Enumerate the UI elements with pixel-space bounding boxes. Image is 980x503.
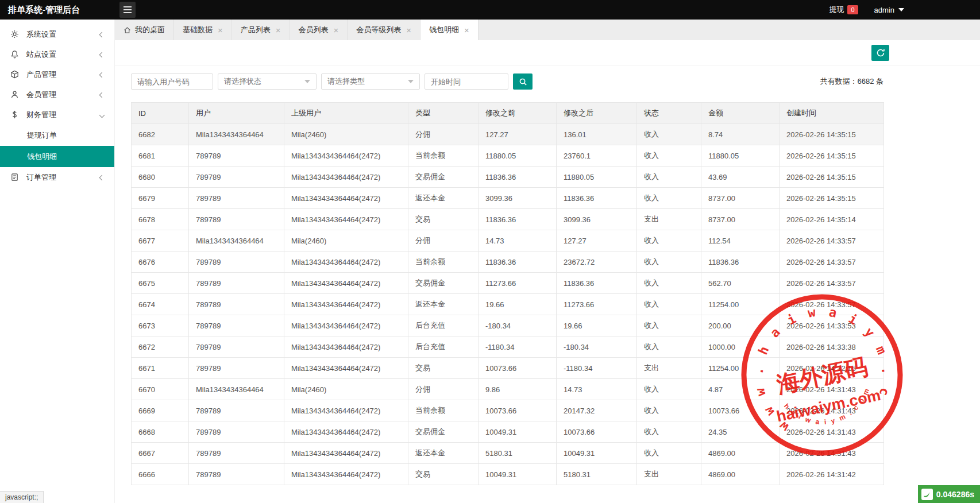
table-cell: 11273.66 [557, 294, 637, 315]
table-cell: 6680 [132, 167, 189, 188]
refresh-button[interactable] [871, 45, 889, 61]
close-icon[interactable]: × [276, 26, 281, 34]
table-row[interactable]: 6679789789Mila1343434364464(2472)返还本金309… [132, 188, 884, 209]
table-row[interactable]: 6667789789Mila1343434364464(2472)返还本金518… [132, 443, 884, 464]
column-header: ID [132, 103, 189, 124]
table-row[interactable]: 6671789789Mila1343434364464(2472)交易10073… [132, 358, 884, 379]
table-cell: 收入 [637, 421, 701, 443]
table-cell: 789789 [189, 209, 284, 230]
table-cell: 3099.36 [557, 209, 637, 230]
close-icon[interactable]: × [406, 26, 411, 34]
table-row[interactable]: 6668789789Mila1343434364464(2472)交易佣金100… [132, 421, 884, 443]
table-row[interactable]: 6678789789Mila1343434364464(2472)交易11836… [132, 209, 884, 230]
sidebar-item-1[interactable]: 系统设置 [0, 24, 114, 44]
table-row[interactable]: 6670Mila1343434364464Mila(2460)分佣9.8614.… [132, 379, 884, 400]
menu-toggle-icon[interactable] [119, 2, 136, 18]
close-icon[interactable]: × [464, 26, 469, 34]
table-cell: 789789 [189, 400, 284, 421]
table-row[interactable]: 6675789789Mila1343434364464(2472)交易佣金112… [132, 273, 884, 294]
table-cell: Mila1343434364464(2472) [284, 209, 408, 230]
table-cell: 789789 [189, 336, 284, 358]
withdraw-link[interactable]: 提现 0 [829, 5, 858, 15]
table-cell: Mila1343434364464(2472) [284, 358, 408, 379]
table-row[interactable]: 6680789789Mila1343434364464(2472)交易佣金118… [132, 167, 884, 188]
sidebar-item-3[interactable]: 产品管理 [0, 64, 114, 84]
table-row[interactable]: 6673789789Mila1343434364464(2472)后台充值-18… [132, 315, 884, 336]
table-cell: 当前余额 [408, 400, 479, 421]
column-header: 上级用户 [284, 103, 408, 124]
status-select[interactable]: 请选择状态 [218, 73, 317, 90]
column-header: 状态 [637, 103, 701, 124]
refresh-icon [876, 48, 885, 57]
sidebar-item-6[interactable]: 订单管理 [0, 167, 114, 187]
tab-6[interactable]: 钱包明细× [420, 20, 479, 40]
table-cell: 11836.36 [479, 209, 557, 230]
table-cell: 11880.05 [701, 145, 780, 167]
table-row[interactable]: 6674789789Mila1343434364464(2472)返还本金19.… [132, 294, 884, 315]
table-cell: 11254.00 [701, 358, 780, 379]
table-cell: Mila1343434364464(2472) [284, 294, 408, 315]
table-cell: 收入 [637, 252, 701, 273]
sidebar-menu: 系统设置站点设置产品管理会员管理财务管理提现订单钱包明细订单管理 [0, 24, 114, 187]
table-header-row: ID用户上级用户类型修改之前修改之后状态金额创建时间 [132, 103, 884, 124]
tab-3[interactable]: 产品列表× [232, 20, 290, 40]
table-cell: 14.73 [479, 230, 557, 252]
table-row[interactable]: 6666789789Mila1343434364464(2472)交易10049… [132, 464, 884, 485]
sidebar-subitem-2[interactable]: 钱包明细 [0, 146, 114, 167]
user-number-input[interactable] [131, 73, 213, 90]
table-cell: 收入 [637, 315, 701, 336]
table-cell: 8737.00 [701, 209, 780, 230]
close-icon[interactable]: × [334, 26, 339, 34]
sidebar-item-4[interactable]: 会员管理 [0, 84, 114, 105]
sidebar-item-2[interactable]: 站点设置 [0, 44, 114, 64]
table-cell: 分佣 [408, 124, 479, 145]
trace-time-badge[interactable]: 0.046286s [918, 485, 980, 503]
tab-1[interactable]: 我的桌面 [115, 20, 174, 40]
sidebar-item-label: 系统设置 [26, 29, 56, 40]
table-cell: 10049.31 [479, 421, 557, 443]
table-cell: 10073.66 [701, 400, 780, 421]
tab-5[interactable]: 会员等级列表× [348, 20, 420, 40]
sidebar-item-label: 站点设置 [26, 49, 56, 60]
table-row[interactable]: 6676789789Mila1343434364464(2472)当前余额118… [132, 252, 884, 273]
search-button[interactable] [513, 73, 533, 90]
table-cell: 789789 [189, 421, 284, 443]
table-row[interactable]: 6669789789Mila1343434364464(2472)当前余额100… [132, 400, 884, 421]
table-row[interactable]: 6682Mila1343434364464Mila(2460)分佣127.271… [132, 124, 884, 145]
table-cell: 10073.66 [557, 421, 637, 443]
table-cell: 支出 [637, 464, 701, 485]
table-cell: 交易佣金 [408, 421, 479, 443]
table-cell: Mila(2460) [284, 124, 408, 145]
table-row[interactable]: 6672789789Mila1343434364464(2472)后台充值-11… [132, 336, 884, 358]
table-cell: 收入 [637, 400, 701, 421]
start-time-input[interactable] [425, 73, 508, 90]
trace-time: 0.046286s [936, 490, 974, 499]
table-cell: Mila1343434364464(2472) [284, 167, 408, 188]
tab-2[interactable]: 基础数据× [174, 20, 232, 40]
table-cell: 112.54 [701, 230, 780, 252]
column-header: 类型 [408, 103, 479, 124]
tab-4[interactable]: 会员列表× [290, 20, 348, 40]
table-cell: 5180.31 [479, 443, 557, 464]
table-cell: 789789 [189, 443, 284, 464]
user-menu[interactable]: admin [874, 6, 904, 14]
tab-label: 会员列表 [299, 25, 329, 35]
table-cell: 6675 [132, 273, 189, 294]
table-row[interactable]: 6681789789Mila1343434364464(2472)当前余额118… [132, 145, 884, 167]
table-cell: 789789 [189, 315, 284, 336]
table-row[interactable]: 6677Mila1343434364464Mila(2460)分佣14.7312… [132, 230, 884, 252]
table-cell: 11836.36 [557, 188, 637, 209]
sidebar-subitem-1[interactable]: 提现订单 [0, 125, 114, 146]
filter-bar: 请选择状态 请选择类型 共有数据：6682 条 [131, 73, 883, 90]
table-cell: Mila1343434364464(2472) [284, 336, 408, 358]
table-cell: 6671 [132, 358, 189, 379]
table-cell: 789789 [189, 188, 284, 209]
sidebar-item-5[interactable]: 财务管理 [0, 105, 114, 125]
topbar: 排单系统-管理后台 提现 0 admin [0, 0, 980, 20]
user-icon [10, 90, 20, 99]
table-cell: 19.66 [479, 294, 557, 315]
table-cell: 23760.1 [557, 145, 637, 167]
table-cell: 136.01 [557, 124, 637, 145]
close-icon[interactable]: × [218, 26, 223, 34]
type-select[interactable]: 请选择类型 [321, 73, 420, 90]
